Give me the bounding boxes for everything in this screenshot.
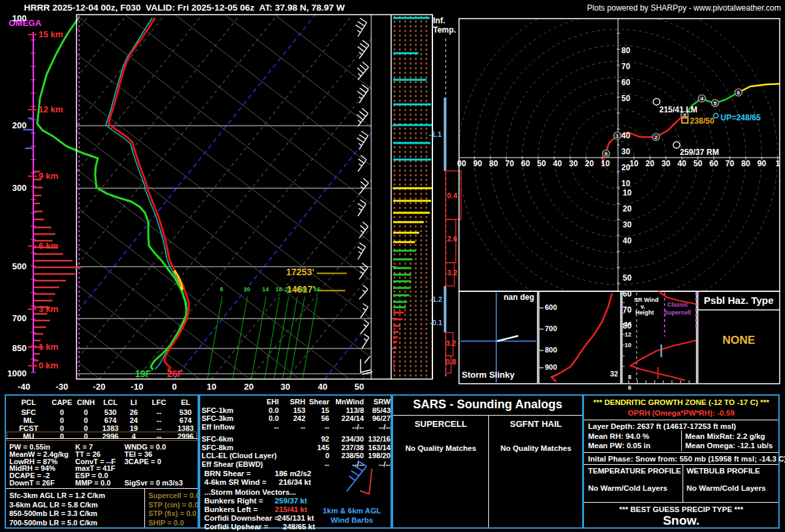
hodo-h-axis-right: 10203040 50607080 901 [626, 160, 785, 168]
barb-caption: Wind Barbs [315, 517, 389, 525]
height-label: 1 km [39, 342, 59, 351]
lapse-rates: Sfc-3km AGL LR = 1.2 C/km3-6km AGL LR = … [9, 491, 105, 527]
pressure-label: 700 [0, 314, 27, 323]
brn-shear-label: BRN Shear = [204, 470, 251, 478]
rh-column [391, 15, 432, 379]
height-label: 3 km [39, 305, 59, 313]
sars-title: SARS - Sounding Analogs [393, 398, 582, 410]
temp-axis-tick: 40 [309, 382, 336, 391]
bunkers-right-value: 259/37 kt [275, 497, 307, 505]
temp-axis-tick: -20 [86, 382, 112, 391]
temp-axis-tick: -10 [124, 382, 150, 391]
parcel-row-ml: ML0067424--674 [7, 416, 196, 424]
wind-barbs-column [355, 17, 373, 374]
corfidi-up-label: UP=248/65 [720, 114, 760, 122]
sars-panel: SARS - Sounding Analogs SUPERCELL SGFNT … [392, 394, 583, 529]
dgz-mean-omega: Mean Omega: -12.1 ub/s [685, 442, 773, 450]
corfidi-up-label: Corfidi Upshear = [204, 523, 268, 531]
thetae-pressure: 900 [545, 364, 557, 371]
kine-row: SFC-8km145237/38163/14 [202, 444, 389, 452]
advection-value: 3.2 [447, 269, 457, 277]
skewt-curves [37, 18, 189, 372]
dgz-mean-mixrat: Mean MixRat: 2.2 g/kg [685, 433, 765, 441]
left-mover-label: 215/41 LM [659, 106, 697, 114]
storm-motion-header: ...Storm Motion Vectors... [204, 489, 296, 497]
dgz-title: *** DENDRITIC GROWTH ZONE (-12 TO -17 C)… [584, 399, 778, 407]
slinky-title: Storm Slinky [462, 370, 514, 379]
precip-type-header: *** BEST GUESS PRECIP TYPE *** [584, 506, 778, 514]
thetae-pressure: 800 [545, 346, 557, 354]
barb-caption: 1km & 6km AGL [315, 507, 389, 515]
classic-supercell-label: Supercell [664, 310, 691, 316]
kine-row: SFC-6km92234/30132/16 [202, 435, 389, 444]
svg-text:5: 5 [714, 100, 717, 106]
sharppy-sounding-page: 0 1 2 3 4 5 6 [0, 0, 785, 532]
corfidi-up-value: 248/65 kt [283, 523, 315, 531]
advection-value: 3.2 [446, 340, 456, 347]
parcel-row-fcst: FCST00138319--1383 [7, 424, 196, 432]
height-ticks [28, 35, 37, 366]
omega-bars [34, 172, 82, 366]
temp-axis-tick: 30 [272, 382, 299, 391]
height-label: 15 km [39, 30, 63, 39]
skewt-border [77, 15, 432, 379]
winter-panel: *** DENDRITIC GROWTH ZONE (-12 TO -17 C)… [583, 394, 780, 529]
kine-row: LCL-EL (Cloud Layer)0238/50198/20 [202, 452, 389, 460]
sars-hail-header: SGFNT HAIL [488, 420, 583, 428]
classic-supercell-label: Classic [667, 302, 689, 308]
thetae-pressure: 700 [545, 325, 557, 332]
advection-value: 0.4 [447, 192, 457, 200]
dgz-top-label: 17253' [286, 267, 314, 277]
mean-wind-label: 238/50 [690, 117, 714, 125]
svg-text:1: 1 [616, 133, 619, 139]
corfidi-down-value: 245/131 kt [277, 515, 314, 523]
advection-value: -1.2 [430, 296, 442, 303]
sr46-label: 4-6km SR Wind = [204, 479, 267, 487]
advection-value: 0.8 [446, 358, 456, 366]
kine-row: SFC-1km0.015315113/885/43 [202, 406, 389, 415]
srwind-title: Height [635, 310, 654, 316]
thetae-corner-value: 32 [610, 370, 618, 378]
height-label: 6 km [39, 241, 59, 250]
wetbulb-profile-value: No Warm/Cold Layers [687, 485, 766, 493]
kine-row: Eff Inflow--------/----/-- [202, 423, 389, 432]
temp-axis-tick: 0 [161, 382, 188, 391]
kinematics-table: EHISRHShearMnWindSRW SFC-1km0.015315113/… [202, 398, 389, 468]
parcel-row-sfc: SFC0053026--530 [7, 408, 196, 416]
page-title: HRRR 2025-12-04 00z, F030 VALID: Fri 202… [24, 3, 345, 13]
parcel-table: PCLCAPECINHLCLLILFCEL SFC0053026--530 ML… [7, 398, 196, 440]
sars-hail-matches: No Quality Matches [488, 445, 583, 453]
left-mover-marker [653, 98, 660, 105]
svg-text:0: 0 [605, 151, 608, 157]
agl-wind-barbs-icon [327, 460, 387, 506]
hodograph: 0 1 2 3 4 5 6 [458, 0, 780, 317]
temp-profile-title: TEMPERATURE PROFILE [588, 467, 681, 475]
thermo-col-3: WNDG = 0.0TEI = 363CAPE = 0 SigSvr = 0 m… [124, 444, 183, 487]
temp-axis-tick: -30 [49, 382, 75, 391]
height-label: 0 km [39, 361, 59, 370]
temp-axis-tick: 50 [346, 382, 373, 391]
svg-text:2: 2 [655, 134, 658, 140]
pressure-label: 200 [0, 121, 27, 130]
bunkers-right-label: Bunkers Right = [204, 497, 263, 505]
hodo-trace-0-3km [602, 115, 685, 164]
hodo-h-axis-left: 00908070 60504030 2010 [454, 160, 613, 168]
omega-axis [23, 32, 82, 372]
pressure-label: 500 [0, 262, 27, 271]
advection-value: -0.1 [430, 319, 442, 327]
wetbulb-profile-title: WETBULB PROFILE [687, 467, 760, 475]
thetae-curve [551, 293, 612, 382]
sr46-value: 216/34 kt [279, 479, 311, 487]
hazard-value: NONE [698, 334, 780, 346]
dewpoint-curve [37, 18, 186, 370]
hazard-indices: Supercell = 0.0STP (cin) = 0.0STP (fix) … [148, 491, 200, 527]
surface-temp-label: 26F [167, 369, 183, 378]
bunkers-left-value: 215/41 kt [275, 506, 307, 514]
kine-header: EHISRHShearMnWindSRW [202, 398, 389, 406]
thermo-col-1: PW = 0.55inMeanW = 2.4g/kgLowRH = 87% Mi… [9, 444, 69, 487]
kinematics-panel: EHISRHShearMnWindSRW SFC-1km0.015315113/… [199, 394, 392, 529]
slinky-value: nan deg [489, 293, 534, 301]
pressure-label: 300 [0, 184, 27, 192]
svg-text:6: 6 [737, 90, 740, 96]
thetae-pressure: 600 [545, 304, 557, 311]
